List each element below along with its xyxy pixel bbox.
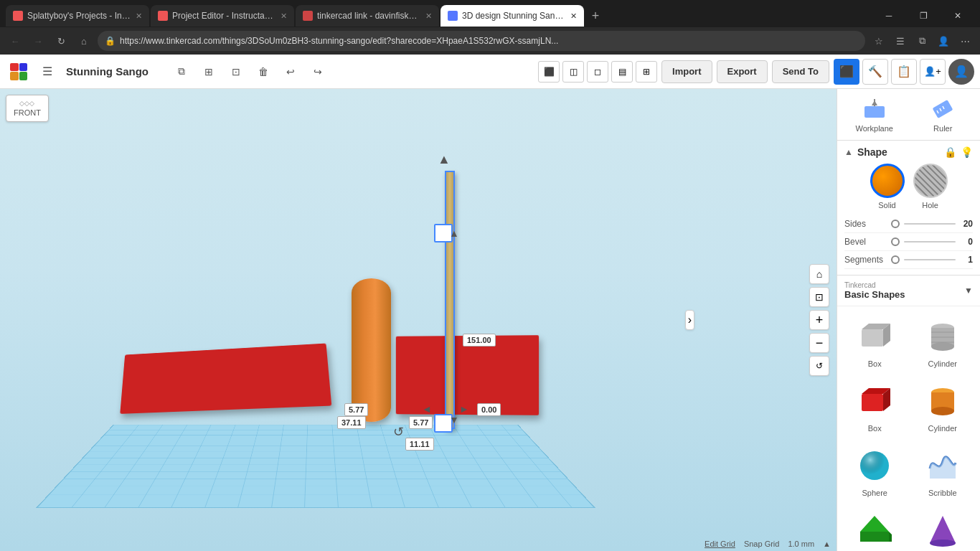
shape-item-sphere[interactable]: Sphere bbox=[842, 440, 908, 503]
shape-thumb-cone bbox=[923, 510, 963, 550]
project-name: Stunning Sango bbox=[66, 65, 149, 77]
more-options-icon[interactable]: ⋯ bbox=[956, 32, 974, 50]
ruler-tool[interactable]: Ruler bbox=[912, 93, 975, 136]
home-button[interactable]: ⌂ bbox=[75, 32, 93, 50]
workplane-label: Workplane bbox=[856, 124, 893, 133]
workplane-tool[interactable]: Workplane bbox=[843, 93, 906, 136]
export-button[interactable]: Export bbox=[717, 60, 768, 83]
arrow-up: ▲ bbox=[449, 227, 459, 239]
extensions-icon[interactable]: ⧉ bbox=[913, 32, 931, 50]
tinkercad-logo[interactable] bbox=[6, 59, 32, 85]
red-flat-object[interactable] bbox=[120, 344, 331, 414]
zoom-in-button[interactable]: + bbox=[809, 310, 829, 330]
shape-thumb-sphere bbox=[854, 446, 895, 486]
shape-label-cyl-orange: Cylinder bbox=[928, 424, 957, 433]
snap-icons: ⬛ ◫ ◻ ▤ ⊞ bbox=[538, 61, 657, 83]
canvas-area[interactable]: ▲ ▲ ▼ ◄ ► ↺ 151.00 5.77 37.11 5.77 0.00 … bbox=[0, 89, 837, 551]
edit-grid-label[interactable]: Edit Grid bbox=[705, 540, 735, 548]
orange-cylinder-object[interactable] bbox=[352, 278, 391, 422]
shape-collapse-icon[interactable]: ▲ bbox=[844, 147, 853, 157]
bevel-slider[interactable] bbox=[891, 237, 956, 246]
lock-icon[interactable]: 🔒 bbox=[944, 146, 956, 158]
forward-button[interactable]: → bbox=[29, 32, 47, 50]
tall-post-object[interactable] bbox=[445, 171, 455, 429]
bookmark-star-icon[interactable]: ☆ bbox=[870, 32, 888, 50]
orbit-reset-button[interactable]: ↺ bbox=[809, 356, 829, 376]
hammer-icon[interactable]: 🔨 bbox=[862, 59, 888, 85]
user-add-icon[interactable]: 👤+ bbox=[920, 59, 946, 85]
send-to-button[interactable]: Send To bbox=[772, 60, 829, 83]
info-icon[interactable]: 💡 bbox=[961, 146, 973, 158]
snap-up-icon[interactable]: ▲ bbox=[823, 540, 831, 548]
grid-icon[interactable]: ▤ bbox=[611, 61, 633, 83]
shape-item-cyl-orange[interactable]: Cylinder bbox=[910, 375, 976, 438]
redo-button[interactable]: ↪ bbox=[305, 59, 331, 85]
tab-4[interactable]: 3D design Stunning Sango | Tink... ✕ bbox=[440, 5, 584, 27]
orbit-home-button[interactable]: ⌂ bbox=[809, 264, 829, 284]
workplane-icon bbox=[862, 96, 887, 122]
menu-icon[interactable]: ☰ bbox=[37, 62, 57, 82]
shape-item-roof[interactable]: Roof bbox=[842, 504, 908, 551]
shape-item-box-gray[interactable]: Box bbox=[842, 311, 908, 374]
snap-icon[interactable]: ⬛ bbox=[538, 61, 560, 83]
paste-in-place-button[interactable]: ⊞ bbox=[196, 59, 222, 85]
profile-icon[interactable]: 👤 bbox=[934, 32, 953, 50]
tab-1[interactable]: Splattyboy's Projects - Instructab... ✕ bbox=[6, 5, 149, 27]
rotate-handle[interactable]: ↺ bbox=[393, 424, 404, 440]
undo-button[interactable]: ↩ bbox=[278, 59, 303, 85]
tab-1-label: Splattyboy's Projects - Instructab... bbox=[27, 11, 131, 21]
shape-item-cyl-gray[interactable]: Cylinder bbox=[910, 311, 976, 374]
solid-option[interactable]: Solid bbox=[870, 164, 905, 209]
minimize-button[interactable]: ─ bbox=[872, 5, 905, 27]
close-button[interactable]: ✕ bbox=[941, 5, 974, 27]
new-tab-button[interactable]: + bbox=[585, 6, 606, 26]
tab-1-close[interactable]: ✕ bbox=[136, 11, 142, 21]
sides-slider[interactable] bbox=[891, 220, 956, 228]
zoom-out-button[interactable]: − bbox=[809, 333, 829, 353]
shape-options: Solid Hole bbox=[844, 164, 973, 209]
shape-header: ▲ Shape 🔒 💡 bbox=[844, 146, 973, 158]
tab-3-close[interactable]: ✕ bbox=[425, 11, 432, 21]
scene-3d: ▲ ▲ ▼ ◄ ► ↺ 151.00 5.77 37.11 5.77 0.00 … bbox=[0, 89, 837, 551]
shape-library: Tinkercad Basic Shapes ▼ bbox=[837, 276, 980, 551]
import-button[interactable]: Import bbox=[661, 60, 712, 83]
duplicate-button[interactable]: ⊡ bbox=[223, 59, 249, 85]
segments-slider-dot[interactable] bbox=[891, 255, 900, 264]
tab-3[interactable]: tinkercad link - davinfiske@gma... ✕ bbox=[296, 5, 439, 27]
bookmark-list-icon[interactable]: ☰ bbox=[891, 32, 910, 50]
measure-1111: 11.11 bbox=[405, 438, 434, 451]
logo-cell-green bbox=[19, 72, 28, 80]
back-button[interactable]: ← bbox=[6, 32, 24, 50]
clipboard-icon[interactable]: 📋 bbox=[891, 59, 917, 85]
maximize-button[interactable]: ❐ bbox=[907, 5, 940, 27]
sides-slider-dot[interactable] bbox=[891, 220, 900, 228]
address-icons: ☆ ☰ ⧉ 👤 ⋯ bbox=[870, 32, 974, 50]
right-panel: Workplane Ruler ▲ Shape bbox=[837, 89, 980, 551]
panel-collapse-button[interactable]: › bbox=[685, 310, 694, 330]
tab-4-close[interactable]: ✕ bbox=[570, 11, 577, 21]
shape-item-box-red[interactable]: Box bbox=[842, 375, 908, 438]
shape-item-cone[interactable]: Cone bbox=[910, 504, 976, 551]
shape-item-scribble[interactable]: Scribble bbox=[910, 440, 976, 503]
tab-2[interactable]: Project Editor - Instructables ✕ bbox=[151, 5, 294, 27]
reload-button[interactable]: ↻ bbox=[52, 32, 70, 50]
align-icon[interactable]: ◫ bbox=[562, 61, 584, 83]
copy-button[interactable]: ⧉ bbox=[169, 59, 194, 85]
measure-577a: 5.77 bbox=[344, 403, 368, 416]
lib-dropdown-icon[interactable]: ▼ bbox=[964, 286, 973, 296]
3d-view-icon[interactable]: ⬛ bbox=[834, 59, 859, 85]
front-label-top: ◇◇◇ bbox=[14, 100, 41, 107]
hole-circle bbox=[913, 164, 948, 198]
delete-button[interactable]: 🗑 bbox=[250, 59, 276, 85]
url-bar[interactable]: 🔒 https://www.tinkercad.com/things/3DSoU… bbox=[98, 31, 865, 51]
tab-2-close[interactable]: ✕ bbox=[281, 11, 287, 21]
distribute-icon[interactable]: ◻ bbox=[587, 61, 608, 83]
bevel-slider-dot[interactable] bbox=[891, 237, 900, 246]
mirror-icon[interactable]: ⊞ bbox=[636, 61, 657, 83]
avatar[interactable]: 👤 bbox=[948, 59, 974, 85]
sides-slider-track bbox=[904, 223, 956, 225]
segments-slider[interactable] bbox=[891, 255, 956, 264]
orbit-fit-button[interactable]: ⊡ bbox=[809, 287, 829, 307]
tab-2-label: Project Editor - Instructables bbox=[172, 11, 276, 21]
hole-option[interactable]: Hole bbox=[913, 164, 948, 209]
